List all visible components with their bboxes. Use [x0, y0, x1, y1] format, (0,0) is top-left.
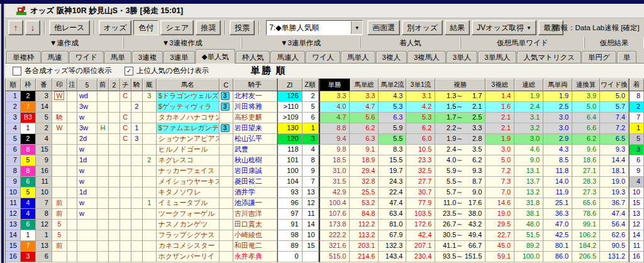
- column-header-5[interactable]: 5: [77, 79, 97, 91]
- cell-ren-kansan: 27.1: [572, 166, 600, 177]
- cell-zi-order: 2: [303, 91, 319, 102]
- tab-3連単[interactable]: 3連単: [164, 51, 194, 63]
- cell-santan-1ryu: 5.3: [406, 113, 435, 123]
- tab-ワイ人[interactable]: ワイ人: [306, 51, 340, 63]
- column-header-連総[interactable]: 連総: [514, 79, 543, 91]
- column-header-馬単2流[interactable]: 馬単2流: [379, 79, 406, 91]
- tab-3複人[interactable]: 3複人: [376, 51, 407, 63]
- cell-wide-kansan: 7.2: [600, 123, 629, 134]
- jv-odds-fetch-label: JVオッズ取得: [477, 23, 524, 33]
- horse-row-4[interactable]: 412W3wHC1$ファムエレガンテ3岩田望来13018.86.25.96.22…: [6, 123, 644, 134]
- horse-row-3[interactable]: 3B35騎wCタカネノハナコサン高杉吏麒>10964.75.66.35.31.7…: [6, 113, 644, 123]
- tab-枠人気[interactable]: 枠人気: [236, 51, 270, 63]
- cell-ren-kansan: 6.2: [572, 134, 600, 145]
- other-race-button[interactable]: 他レース: [49, 20, 90, 35]
- color-display-checkbox[interactable]: ✓: [125, 67, 133, 76]
- vote-button[interactable]: 投票: [230, 20, 255, 35]
- column-header-馬単両[interactable]: 馬単両: [543, 79, 572, 91]
- column-header-ワイド換[interactable]: ワイド換: [600, 79, 629, 91]
- column-header-チ[interactable]: チ: [120, 79, 131, 91]
- tab-group-3[interactable]: 着人気: [360, 37, 460, 48]
- tab-馬連人[interactable]: 馬連人: [270, 51, 305, 63]
- column-header-Z順[interactable]: Z順: [303, 79, 319, 91]
- cell-umatan-2ryu: 67.9: [379, 230, 406, 241]
- column-header-着[interactable]: 着: [629, 79, 644, 91]
- column-header-注[interactable]: 注: [67, 79, 77, 91]
- column-header-前[interactable]: 前: [97, 79, 109, 91]
- column-header-2[interactable]: 2: [109, 79, 120, 91]
- column-header-連換算[interactable]: 連換算: [572, 79, 600, 91]
- tab-group-1[interactable]: ▼3連複作成: [123, 37, 242, 48]
- cell-prev: [97, 166, 109, 177]
- tab-人気マトリクス[interactable]: 人気マトリクス: [517, 51, 581, 63]
- horse-row-1[interactable]: 123WwdC3$ドラゴンウェルズ3北村友一12623.33.34.33.11.…: [6, 91, 644, 102]
- column-header-枠[interactable]: 枠: [21, 79, 36, 91]
- column-header-単勝[interactable]: 単勝: [319, 79, 350, 91]
- horse-row-15[interactable]: 15713前カネコメシスター和田竜二8915321.6203.1132.3207…: [6, 241, 644, 252]
- other-odds-button[interactable]: 別オッズ: [402, 20, 443, 35]
- recommend-button[interactable]: 推奨: [196, 20, 221, 35]
- cell-jockey: 岩田康誠: [233, 166, 277, 177]
- column-header-騎[interactable]: 騎: [131, 79, 143, 91]
- chevron-down-icon[interactable]: ▼: [351, 21, 362, 34]
- tab-group-4[interactable]: 仮想馬単ワイド: [460, 37, 584, 48]
- tab-単[interactable]: 単: [617, 51, 637, 63]
- cell-prev: [97, 145, 109, 155]
- horse-row-6[interactable]: 6815wヒルノドゴール武豊11849.89.18.310.52.4～3.53.…: [6, 145, 644, 155]
- column-header-馬単総[interactable]: 馬単総: [350, 79, 379, 91]
- column-header-番[interactable]: 番: [36, 79, 52, 91]
- tab-group-0[interactable]: ▼連作成: [5, 37, 123, 48]
- cell-umatan-total: 18.9: [350, 155, 379, 166]
- cell-santan-1ryu: 230.4: [406, 252, 435, 262]
- tab-◆単人気[interactable]: ◆単人気: [196, 49, 235, 64]
- odds-button[interactable]: オッズ: [99, 20, 132, 35]
- column-header-印[interactable]: 印: [52, 79, 67, 91]
- horse-row-10[interactable]: 105101dキタノソワレ酒井学931342.925.522.430.75.7～…: [6, 187, 644, 198]
- share-button[interactable]: シェア: [160, 20, 194, 35]
- horse-row-16[interactable]: 1636ホクザンバーリイ永井孝典0515.0214.6143.4230.493.…: [6, 252, 644, 262]
- screen-select-button[interactable]: 画面選: [367, 20, 400, 35]
- column-header-3単1流[interactable]: 3単1流: [406, 79, 435, 91]
- column-header-騎手[interactable]: 騎手: [233, 79, 277, 91]
- tab-単複枠[interactable]: 単複枠: [6, 51, 41, 63]
- view-mode-select[interactable]: 7:◆単勝人気順 ▼: [266, 20, 363, 35]
- horse-row-8[interactable]: 8816wナッカーフェイス岩田康誠100931.029.419.732.55.9…: [6, 166, 644, 177]
- tab-3複馬人[interactable]: 3複馬人: [408, 51, 446, 63]
- horse-row-13[interactable]: 136125ナスノカンゲツ田口貫太9114173.8112.281.0172.6…: [6, 220, 644, 230]
- tab-group-2[interactable]: ▼3連単作成: [242, 37, 360, 48]
- horse-icon: [16, 6, 26, 15]
- cell-note: [67, 187, 77, 198]
- cell-finish: 2: [629, 102, 644, 113]
- tab-group-5[interactable]: 仮想結果: [584, 37, 644, 48]
- horse-row-9[interactable]: 9611wメイショウヤーキス菱田裕二104731.532.824.327.75.…: [6, 177, 644, 187]
- result-button[interactable]: 結果: [445, 20, 470, 35]
- column-header-3複総[interactable]: 3複総: [486, 79, 514, 91]
- tab-3連複[interactable]: 3連複: [132, 51, 163, 63]
- horse-row-5[interactable]: 5242dC3ショウナンアピアス松山弘平12039.46.35.56.01.9～…: [6, 134, 644, 145]
- column-header-C[interactable]: C: [219, 79, 233, 91]
- next-race-arrow-down-button[interactable]: ↓: [25, 20, 40, 35]
- column-header-馬名[interactable]: 馬名: [157, 79, 219, 91]
- rank-display-checkbox[interactable]: [13, 67, 21, 76]
- tab-馬単人[interactable]: 馬単人: [341, 51, 375, 63]
- jv-odds-fetch-button[interactable]: JVオッズ取得 ▼: [472, 20, 536, 35]
- cell-sanfuku-total: 2.1: [486, 113, 514, 123]
- tab-馬連[interactable]: 馬連: [42, 51, 69, 63]
- tab-3単人[interactable]: 3単人: [447, 51, 477, 63]
- column-header-ZI[interactable]: ZI: [277, 79, 303, 91]
- horse-row-14[interactable]: 14115フラップシグナス小崎綾也9810222.2113.267.942.43…: [6, 230, 644, 241]
- cell-two: [109, 252, 120, 262]
- column-header-厩[interactable]: 厩: [143, 79, 157, 91]
- coloring-button[interactable]: 色付: [133, 20, 158, 35]
- tab-馬単[interactable]: 馬単: [104, 51, 131, 63]
- prev-race-arrow-up-button[interactable]: ↑: [8, 20, 23, 35]
- horse-row-2[interactable]: 27143w2$ゲッティヴィラ3川田将雅>11054.04.75.34.21.5…: [6, 102, 644, 113]
- tab-3単馬人[interactable]: 3単馬人: [478, 51, 516, 63]
- horse-row-12[interactable]: 1248前wツークフォーゲル古川吉洋9711107.684.863.4103.5…: [6, 209, 644, 220]
- horse-row-11[interactable]: 1147前w1イミュータブル池添謙一9612100.453.247.477.91…: [6, 198, 644, 209]
- column-header-順[interactable]: 順: [6, 79, 21, 91]
- horse-row-7[interactable]: 7591d2ネグレスコ秋山稔樹101818.518.915.523.34.0～6…: [6, 155, 644, 166]
- column-header-複勝[interactable]: 複勝: [435, 79, 486, 91]
- tab-単円グ[interactable]: 単円グ: [582, 51, 616, 63]
- tab-ワイド[interactable]: ワイド: [69, 51, 104, 63]
